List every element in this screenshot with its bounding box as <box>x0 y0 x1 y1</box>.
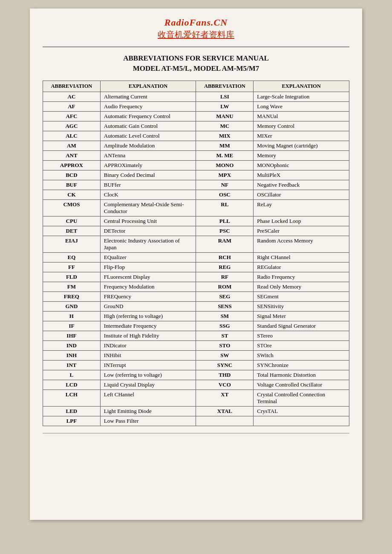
table-wrapper: ABBREVIATION EXPLANATION ABBREVIATION EX… <box>43 81 349 426</box>
expl-left: Audio Frequency <box>100 101 196 111</box>
expl-left: INTerrupt <box>100 360 196 370</box>
table-row: CPU Central Processing Unit PLL Phase Lo… <box>43 216 349 226</box>
expl-left: Amplitude Modulation <box>100 141 196 150</box>
table-row: FREQ FREQuency SEG SEGment <box>43 291 349 301</box>
abbrev-right: PLL <box>196 216 254 226</box>
abbrev-left: IF <box>43 321 101 331</box>
expl-left: Intermediate Frequency <box>100 321 196 331</box>
expl-right: STOre <box>254 340 349 350</box>
abbrev-left: LPF <box>43 416 101 426</box>
expl-left: Automatic Frequency Control <box>100 111 196 121</box>
expl-left: ClocK <box>100 190 196 199</box>
expl-right: PreSCaler <box>254 226 349 236</box>
abbrev-right: RF <box>196 272 254 282</box>
abbrev-right: PSC <box>196 226 254 236</box>
abbrev-left: FF <box>43 262 101 272</box>
table-row: DET DETector PSC PreSCaler <box>43 226 349 236</box>
abbrev-right: RAM <box>196 236 254 252</box>
expl-right: SYNChronize <box>254 360 349 370</box>
abbrev-right: MM <box>196 141 254 150</box>
expl-left: Liquid Crystal Display <box>100 380 196 390</box>
abbrev-right: ROM <box>196 282 254 291</box>
abbrev-left: FLD <box>43 272 101 282</box>
table-row: IF Intermediate Frequency SSG Standard S… <box>43 321 349 331</box>
table-row: INH INHibit SW SWitch <box>43 350 349 360</box>
table-row: AM Amplitude Modulation MM Moving Magnet… <box>43 141 349 150</box>
col-header-expl-left: EXPLANATION <box>100 81 196 92</box>
expl-right: Voltage Controlled Oscillator <box>254 380 349 390</box>
abbrev-left: BCD <box>43 170 101 180</box>
expl-right: Phase Locked Loop <box>254 216 349 226</box>
table-row: ANT ANTenna M. ME Memory <box>43 150 349 160</box>
expl-right: Read Only Memory <box>254 282 349 291</box>
expl-left: Institute of High Fidelity <box>100 331 196 340</box>
table-row: FF Flip-Flop REG REGulator <box>43 262 349 272</box>
table-row: AC Alternating Current LSI Large-Scale I… <box>43 92 349 101</box>
abbrev-left: DET <box>43 226 101 236</box>
expl-left: FLuorescent Display <box>100 272 196 282</box>
table-row: LCH Left CHannel XT Crystal Controlled C… <box>43 390 349 406</box>
abbrev-left: ANT <box>43 150 101 160</box>
expl-right: Moving Magnet (cartridge) <box>254 141 349 150</box>
abbrev-left: CPU <box>43 216 101 226</box>
abbrev-left: BUF <box>43 180 101 190</box>
abbrev-right: SEG <box>196 291 254 301</box>
table-row: GND GrouND SENS SENSitivity <box>43 301 349 311</box>
expl-left: ANTenna <box>100 150 196 160</box>
abbrev-right: XT <box>196 390 254 406</box>
table-row: LED Light Emitting Diode XTAL CrysTAL <box>43 406 349 416</box>
abbrev-right: THD <box>196 370 254 380</box>
expl-right: MIXer <box>254 131 349 141</box>
abbrev-right <box>196 416 254 426</box>
abbrev-left: FM <box>43 282 101 291</box>
abbrev-right: STO <box>196 340 254 350</box>
expl-left: BUFfer <box>100 180 196 190</box>
expl-right: Signal Meter <box>254 311 349 321</box>
abbrev-left: INT <box>43 360 101 370</box>
table-row: CK ClocK OSC OSCillator <box>43 190 349 199</box>
expl-left: INDicator <box>100 340 196 350</box>
abbrev-left: CMOS <box>43 199 101 216</box>
expl-left: EQualizer <box>100 252 196 262</box>
abbrev-left: AFC <box>43 111 101 121</box>
abbrev-right: SM <box>196 311 254 321</box>
table-row: EIAJ Electronic Industry Association of … <box>43 236 349 252</box>
site-header: RadioFans.CN <box>43 17 349 28</box>
footer-divider <box>43 433 349 433</box>
expl-left: Electronic Industry Association of Japan <box>100 236 196 252</box>
abbrev-right: LSI <box>196 92 254 101</box>
table-row: AFC Automatic Frequency Control MANU MAN… <box>43 111 349 121</box>
table-row: H High (referring to voltage) SM Signal … <box>43 311 349 321</box>
expl-right: Crystal Controlled Connection Terminal <box>254 390 349 406</box>
expl-left: Alternating Current <box>100 92 196 101</box>
abbrev-left: AC <box>43 92 101 101</box>
col-header-abbrev-right: ABBREVIATION <box>196 81 254 92</box>
abbrev-left: APPROX <box>43 160 101 170</box>
expl-left: Frequency Modulation <box>100 282 196 291</box>
abbrev-left: AM <box>43 141 101 150</box>
table-row: EQ EQualizer RCH Right CHannel <box>43 252 349 262</box>
expl-right: Standard Signal Generator <box>254 321 349 331</box>
expl-left: Low (referring to voltage) <box>100 370 196 380</box>
expl-right: Long Wave <box>254 101 349 111</box>
expl-right: MANUal <box>254 111 349 121</box>
expl-left: FREQuency <box>100 291 196 301</box>
table-row: BUF BUFfer NF Negative Feedback <box>43 180 349 190</box>
table-row: BCD Binary Coded Decimal MPX MultiPleX <box>43 170 349 180</box>
abbrev-right: SYNC <box>196 360 254 370</box>
table-row: INT INTerrupt SYNC SYNChronize <box>43 360 349 370</box>
table-row: LCD Liquid Crystal Display VCO Voltage C… <box>43 380 349 390</box>
expl-right: SENSitivity <box>254 301 349 311</box>
expl-left: Light Emitting Diode <box>100 406 196 416</box>
expl-left: Flip-Flop <box>100 262 196 272</box>
table-row: IND INDicator STO STOre <box>43 340 349 350</box>
col-header-abbrev-left: ABBREVIATION <box>43 81 101 92</box>
abbrev-right: SENS <box>196 301 254 311</box>
abbreviations-table: ABBREVIATION EXPLANATION ABBREVIATION EX… <box>43 81 349 426</box>
expl-left: DETector <box>100 226 196 236</box>
abbrev-left: EIAJ <box>43 236 101 252</box>
expl-right: STereo <box>254 331 349 340</box>
expl-right: ReLay <box>254 199 349 216</box>
abbrev-right: NF <box>196 180 254 190</box>
abbrev-left: IND <box>43 340 101 350</box>
